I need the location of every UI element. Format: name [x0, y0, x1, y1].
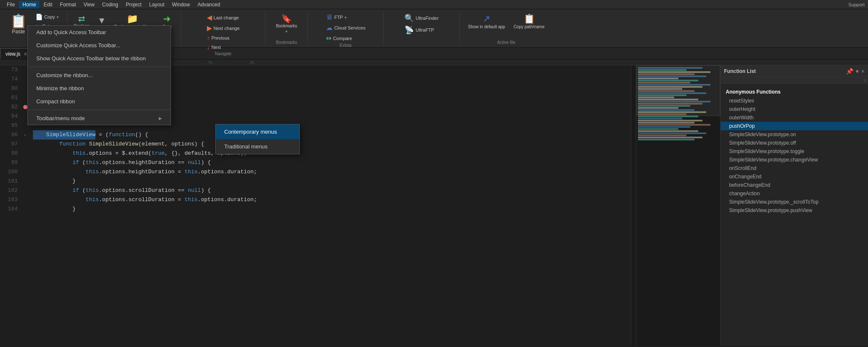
menu-file[interactable]: File — [3, 1, 18, 8]
code-99-indent — [33, 158, 73, 167]
menu-coding[interactable]: Coding — [99, 1, 122, 8]
context-add-quick-access[interactable]: Add to Quick Access Toolbar — [28, 26, 171, 39]
code-97-fn: SimpleSlideView — [89, 140, 138, 149]
context-minimize-ribbon[interactable]: Minimize the ribbon — [28, 82, 171, 95]
minimap-line-16 — [638, 99, 698, 100]
line-num-98: 98 — [3, 149, 18, 158]
menu-format[interactable]: Format — [57, 1, 79, 8]
compare-label: Compare — [333, 36, 352, 41]
panel-pin-button[interactable]: 📌 — [846, 68, 853, 75]
support-link[interactable]: Support — [848, 2, 865, 7]
func-item-ssv-scrollToTop[interactable]: SimpleSlideView.prototype._scrollToTop — [721, 198, 868, 206]
context-customize-ribbon[interactable]: Customize the ribbon... — [28, 69, 171, 82]
ftp-button[interactable]: 🖥 FTP ▾ — [323, 13, 350, 22]
context-toolbar-menu-mode[interactable]: Toolbar/menu mode — [28, 112, 171, 125]
func-item-onChangeEnd[interactable]: onChangeEnd — [721, 172, 868, 181]
func-item-outerWidth[interactable]: outerWidth — [721, 113, 868, 122]
menu-home[interactable]: Home — [19, 1, 39, 8]
code-line-100: this .options.heightDuration = this .opt… — [33, 167, 627, 177]
minimap-line-8 — [638, 82, 690, 83]
code-97-op — [33, 140, 59, 149]
bookmarks-button[interactable]: 🔖 Bookmarks ▾ — [270, 13, 304, 35]
compare-button[interactable]: ⇔ Compare — [323, 33, 355, 43]
goto-icon: ➜ — [163, 14, 171, 24]
title-bar: File Home Edit Format View Coding Projec… — [0, 0, 868, 9]
gutter-96: ▸ — [21, 130, 30, 140]
line-numbers: 73 74 80 81 82 94 95 96 97 98 99 100 101… — [0, 65, 21, 346]
minimap-line-1 — [638, 67, 703, 69]
submenu-traditional-menus[interactable]: Traditional menus — [216, 139, 299, 154]
func-item-changeAction[interactable]: changeAction — [721, 189, 868, 198]
minimap-line-9 — [638, 84, 711, 86]
cloud-button[interactable]: ☁ Cloud Services — [323, 23, 368, 32]
next-change-button[interactable]: ▶ Next change — [204, 23, 242, 33]
minimap-line-2 — [638, 69, 686, 71]
func-item-ssv-off[interactable]: SimpleSlideView.prototype.off — [721, 139, 868, 147]
code-97-sp — [86, 140, 89, 149]
submenu-contemporary-menus[interactable]: Contemporary menus — [216, 124, 299, 139]
find-in-files-icon: 📁 — [127, 14, 138, 24]
function-list-title: Function List — [724, 68, 756, 74]
copy-dropdown-icon[interactable]: ▾ — [57, 15, 59, 19]
menu-layout[interactable]: Layout — [146, 1, 168, 8]
panel-dropdown-button[interactable]: ▾ — [856, 68, 859, 75]
expand-icon-96[interactable]: ▸ — [24, 132, 27, 137]
code-line-97: function SimpleSlideView (element, optio… — [33, 140, 627, 149]
panel-close-button[interactable]: × — [861, 68, 865, 75]
code-100-indent — [33, 167, 86, 177]
menu-edit[interactable]: Edit — [40, 1, 56, 8]
func-item-pushOrPop[interactable]: pushOrPop — [721, 122, 868, 130]
context-customize-quick-access[interactable]: Customize Quick Access Toolbar... — [28, 39, 171, 52]
last-change-button[interactable]: ◀ Last change — [204, 13, 241, 22]
bookmarks-arrow: ▾ — [285, 29, 288, 34]
panel-sort-icon[interactable]: ↕ — [864, 78, 866, 83]
minimap — [636, 65, 720, 346]
func-item-outerHeight[interactable]: outerHeight — [721, 105, 868, 113]
previous-icon: ↑ — [207, 35, 210, 41]
line-num-94: 94 — [3, 112, 18, 121]
tab-close-button[interactable]: × — [24, 51, 27, 57]
ultraftp-label: UltraFTP — [415, 27, 434, 32]
minimap-line-11 — [638, 88, 682, 90]
line-num-95: 95 — [3, 121, 18, 130]
minimap-line-20 — [638, 107, 678, 109]
func-item-beforeChangeEnd[interactable]: beforeChangeEnd — [721, 181, 868, 189]
code-line-104: } — [33, 204, 627, 214]
next-button[interactable]: ↓ Next — [204, 43, 224, 51]
copy-icon: 📄 — [35, 13, 43, 20]
panel-controls: 📌 ▾ × — [846, 68, 865, 75]
code-102-indent — [33, 186, 73, 195]
func-group-anonymous: Anonymous Functions — [721, 87, 868, 97]
code-99-close: ) { — [201, 158, 211, 167]
ultraftp-button[interactable]: 📡 UltraFTP — [402, 24, 437, 35]
context-show-quick-access-below[interactable]: Show Quick Access Toolbar below the ribb… — [28, 52, 171, 65]
copy-path-button[interactable]: 📋 Copy path/name — [511, 13, 547, 31]
ultrafinder-button[interactable]: 🔍 UltraFinder — [402, 13, 441, 24]
tab-filename: view.js — [5, 51, 20, 57]
func-item-onScrollEnd[interactable]: onScrollEnd — [721, 164, 868, 172]
func-item-ssv-toggle[interactable]: SimpleSlideView.prototype.toggle — [721, 147, 868, 156]
code-line-101: } — [33, 177, 627, 186]
func-item-ssv-on[interactable]: SimpleSlideView.prototype.on — [721, 130, 868, 139]
func-item-ssv-pushView[interactable]: SimpleSlideView.prototype.pushView — [721, 206, 868, 215]
func-item-ssv-changeView[interactable]: SimpleSlideView.prototype.changeView — [721, 156, 868, 164]
func-item-resetStyles[interactable]: resetStyles — [721, 97, 868, 105]
menu-project[interactable]: Project — [122, 1, 145, 8]
panel-subheader: ↕ — [721, 77, 868, 84]
code-98-indent — [33, 149, 73, 158]
minimap-line-22 — [638, 111, 706, 113]
copy-path-label: Copy path/name — [513, 24, 544, 29]
copy-button[interactable]: 📄 Copy ▾ — [33, 13, 62, 21]
ribbon-content: 📋 Paste 📄 Copy ▾ ✂ Cut ▾ — [0, 9, 868, 47]
previous-button[interactable]: ↑ Previous — [204, 34, 232, 42]
menu-advanced[interactable]: Advanced — [194, 1, 223, 8]
context-compact-ribbon[interactable]: Compact ribbon — [28, 95, 171, 108]
vertical-scrollbar[interactable] — [631, 65, 636, 346]
minimap-line-21 — [638, 109, 694, 111]
menu-window[interactable]: Window — [168, 1, 193, 8]
menu-view[interactable]: View — [80, 1, 98, 8]
active-file-buttons: ↗ Show in default app 📋 Copy path/name — [466, 11, 547, 40]
find-dropdown-icon: ▾ — [99, 14, 104, 26]
show-default-app-button[interactable]: ↗ Show in default app — [466, 13, 508, 31]
code-98-op: .options = $.extend( — [86, 149, 152, 158]
